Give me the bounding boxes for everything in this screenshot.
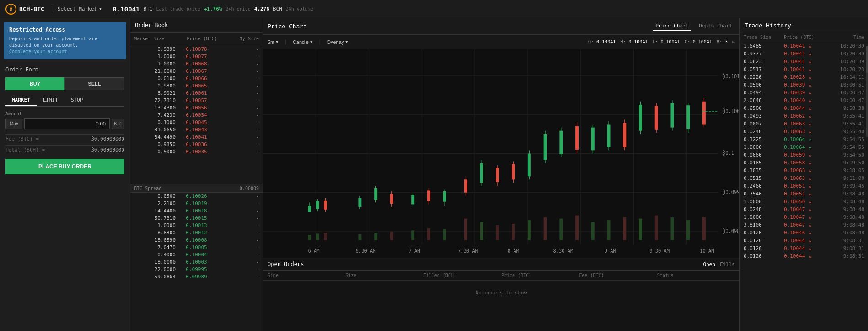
tab-open[interactable]: Open	[703, 261, 715, 267]
chart-top-bar: Price Chart Price Chart Depth Chart	[263, 18, 739, 35]
trade-history-row: 1.00000.10064 ↗9:54:55	[740, 143, 868, 151]
bid-row[interactable]: 14.44000.10018-	[130, 207, 263, 215]
svg-rect-19	[390, 232, 393, 240]
svg-rect-70	[324, 201, 327, 210]
trade-history-row: 0.30350.10063 ↘9:18:05	[740, 167, 868, 174]
trade-history-row: 1.00000.10050 ↘9:08:48	[740, 198, 868, 206]
ask-row[interactable]: 0.98000.10065-	[130, 82, 263, 89]
l-label: L: 0.10041	[652, 39, 680, 44]
chart-type-button[interactable]: Candle ▾	[293, 39, 313, 45]
bid-row[interactable]: 7.04700.10005-	[130, 244, 263, 251]
bid-row[interactable]: 18.00000.10003-	[130, 259, 263, 266]
chevron-down-icon: ▾	[345, 39, 348, 45]
open-orders-header: Open Orders Open Fills	[263, 258, 739, 271]
ask-row[interactable]: 31.06500.10043-	[130, 126, 263, 133]
svg-text:8 AM: 8 AM	[508, 247, 519, 254]
ask-row[interactable]: 0.01000.10066-	[130, 75, 263, 82]
logo-icon: ₿	[5, 4, 16, 15]
tab-depth-chart[interactable]: Depth Chart	[696, 22, 735, 31]
bid-row[interactable]: 0.05000.10026-	[130, 193, 263, 200]
ask-row[interactable]: 72.73100.10057-	[130, 97, 263, 104]
max-button[interactable]: Max	[5, 119, 22, 129]
ask-row[interactable]: 0.98900.10078-	[130, 45, 263, 53]
ask-row[interactable]: 21.00000.10067-	[130, 67, 263, 75]
buy-button[interactable]: BUY	[5, 77, 64, 90]
chart-controls: 5m ▾ | Candle ▾ | Overlay ▾ O: 0.10041 H…	[263, 35, 739, 49]
sidebar: Restricted Access Deposits and order pla…	[0, 18, 130, 331]
sell-button[interactable]: SELL	[64, 77, 124, 90]
chevron-down-icon: ▾	[310, 39, 313, 45]
spread-row: BTC Spread 0.00009	[130, 184, 263, 193]
svg-rect-50	[443, 191, 446, 202]
trade-history-row: 1.64850.10041 ↘10:20:39	[740, 42, 868, 50]
trade-history-row: 0.04930.10062 ↘9:55:41	[740, 112, 868, 120]
svg-rect-78	[496, 168, 499, 182]
svg-rect-15	[316, 233, 319, 240]
price-change-24h: +1.76%	[204, 6, 222, 12]
svg-rect-54	[528, 154, 531, 177]
svg-rect-38	[702, 217, 706, 240]
bid-row[interactable]: 18.65900.10008-	[130, 237, 263, 244]
bid-row[interactable]: 8.88000.10012-	[130, 229, 263, 237]
tab-limit[interactable]: LIMIT	[37, 95, 64, 106]
trading-pair: BCH-BTC	[19, 5, 44, 12]
tab-stop[interactable]: STOP	[64, 95, 90, 106]
ob-col-my-size: My Size	[240, 36, 259, 41]
oo-col-status: Status	[657, 273, 735, 278]
bid-row[interactable]: 50.73100.10015-	[130, 215, 263, 222]
ask-row[interactable]: 0.10000.10045-	[130, 119, 263, 126]
svg-text:₿0.1: ₿0.1	[723, 149, 734, 156]
fee-value: ₿0.00000000	[91, 136, 124, 142]
spread-label: BTC Spread	[134, 186, 161, 191]
svg-rect-34	[639, 219, 642, 240]
oo-col-fee: Fee (BTC)	[579, 273, 657, 278]
trade-history-row: 0.93770.10041 ↘10:20:39	[740, 50, 868, 58]
bid-row[interactable]: 59.08640.09989-	[130, 273, 263, 281]
svg-rect-23	[464, 219, 467, 240]
trade-history-row: 3.81000.10047 ↘9:08:48	[740, 221, 868, 229]
tab-fills[interactable]: Fills	[720, 261, 735, 267]
ask-row[interactable]: 13.43000.10056-	[130, 104, 263, 111]
trade-history-row: 0.01200.10044 ↘9:08:31	[740, 244, 868, 252]
place-order-button[interactable]: PLACE BUY ORDER	[5, 159, 124, 174]
chart-area: Price Chart Price Chart Depth Chart 5m ▾…	[263, 18, 740, 331]
chart-canvas: ₿0.101 ₿0.10041 ₿0.1 ₿0.099 ₿0.098 6 AM …	[263, 49, 739, 258]
trade-history-row: 0.65000.10044 ↘9:58:38	[740, 104, 868, 112]
th-col-size: Trade Size	[744, 35, 784, 40]
ask-row[interactable]: 1.00000.10068-	[130, 60, 263, 67]
bid-row[interactable]: 1.00000.10013-	[130, 222, 263, 229]
svg-rect-44	[358, 198, 361, 207]
select-market-button[interactable]: Select Market ▾	[52, 6, 102, 12]
spread-value: 0.00009	[240, 186, 259, 191]
buy-sell-tabs: BUY SELL	[5, 77, 124, 90]
bid-row[interactable]: 22.00000.09995-	[130, 266, 263, 273]
timeframe-button[interactable]: 5m ▾	[268, 39, 279, 45]
asks-container: 0.98900.10078-1.00000.10077-1.00000.1006…	[130, 45, 263, 184]
svg-text:7 AM: 7 AM	[408, 247, 420, 254]
ask-row[interactable]: 8.90210.10061-	[130, 89, 263, 97]
ask-row[interactable]: 34.44900.10041-	[130, 133, 263, 141]
svg-rect-21	[427, 228, 430, 240]
svg-rect-88	[702, 102, 706, 125]
amount-input[interactable]	[24, 118, 110, 129]
svg-rect-32	[607, 220, 611, 240]
ask-row[interactable]: 1.00000.10077-	[130, 53, 263, 60]
svg-rect-80	[512, 164, 515, 179]
bid-row[interactable]: 2.21000.10019-	[130, 200, 263, 207]
ask-row[interactable]: 0.98500.10036-	[130, 141, 263, 148]
ask-row[interactable]: 7.42300.10054-	[130, 111, 263, 119]
ob-col-market-size: Market Size	[134, 36, 164, 41]
tab-price-chart[interactable]: Price Chart	[653, 22, 691, 31]
svg-rect-48	[411, 195, 414, 204]
svg-rect-30	[575, 216, 579, 240]
trade-history-columns: Trade Size Price (BTC) Time	[740, 33, 868, 42]
ask-row[interactable]: 0.50000.10035-	[130, 148, 263, 155]
bid-row[interactable]: 0.40000.10004-	[130, 251, 263, 259]
tab-market[interactable]: MARKET	[5, 95, 37, 106]
trade-history-row: 0.02400.10063 ↘9:55:40	[740, 128, 868, 136]
order-form: Order Form BUY SELL MARKET LIMIT STOP Am…	[0, 63, 130, 331]
overlay-button[interactable]: Overlay ▾	[327, 39, 348, 45]
price-chart-svg: ₿0.101 ₿0.10041 ₿0.1 ₿0.099 ₿0.098 6 AM …	[263, 49, 739, 258]
complete-account-link[interactable]: Complete your account	[9, 49, 67, 54]
trade-history-row: 0.01200.10046 ↘9:08:48	[740, 229, 868, 237]
